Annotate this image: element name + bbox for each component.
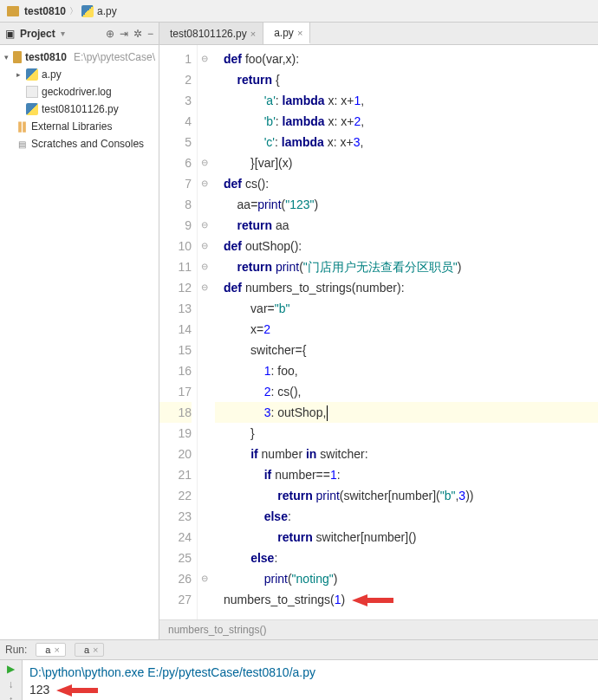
code-line[interactable]: return print(switcher[number]("b",3)) [215, 485, 598, 506]
code-line[interactable]: return { [215, 69, 598, 90]
code-line[interactable]: else: [215, 548, 598, 568]
fold-marker[interactable]: ⊖ [198, 152, 211, 173]
line-number[interactable]: 20 [159, 444, 192, 464]
tree-item[interactable]: ▸a.py [0, 66, 159, 83]
editor-breadcrumb[interactable]: numbers_to_strings() [159, 619, 598, 639]
fold-marker[interactable]: ⊖ [198, 173, 211, 194]
fold-marker[interactable]: ⊖ [198, 568, 211, 589]
fold-marker[interactable]: ⊖ [198, 277, 211, 298]
stop-up-icon[interactable]: ↑ [9, 694, 14, 700]
line-number[interactable]: 8 [159, 194, 192, 215]
tree-item[interactable]: Scratches and Consoles [0, 135, 159, 152]
editor-tab[interactable]: test08101126.py× [159, 23, 263, 44]
fold-marker [198, 485, 211, 506]
code-line[interactable]: return switcher[number]() [215, 527, 598, 548]
close-icon[interactable]: × [297, 28, 302, 38]
code-line[interactable]: 'b': lambda x: x+2, [215, 111, 598, 132]
code-line[interactable]: aa=print("123") [215, 194, 598, 215]
close-icon[interactable]: × [54, 645, 59, 655]
code-line[interactable]: switcher={ [215, 340, 598, 360]
line-number[interactable]: 14 [159, 319, 192, 340]
project-tree[interactable]: ▾test0810E:\py\pytestCase\▸a.pygeckodriv… [0, 45, 159, 156]
expand-icon[interactable]: ▸ [14, 70, 23, 79]
expand-icon[interactable]: ▾ [3, 53, 10, 62]
target-icon[interactable]: ⊕ [106, 28, 114, 40]
hide-icon[interactable]: − [147, 28, 153, 40]
fold-marker[interactable]: ⊖ [198, 49, 211, 69]
line-number[interactable]: 22 [159, 485, 192, 506]
line-number[interactable]: 13 [159, 298, 192, 319]
stop-down-icon[interactable]: ↓ [9, 678, 14, 690]
rerun-icon[interactable]: ▶ [7, 663, 15, 675]
line-number[interactable]: 2 [159, 69, 192, 90]
line-number[interactable]: 19 [159, 423, 192, 444]
code-line[interactable]: def foo(var,x): [215, 49, 598, 69]
tree-item[interactable]: External Libraries [0, 118, 159, 135]
tab-label: test08101126.py [170, 28, 247, 40]
code-line[interactable]: x=2 [215, 319, 598, 340]
fold-gutter[interactable]: ⊖⊖⊖⊖⊖⊖⊖⊖ [198, 45, 211, 619]
chevron-down-icon[interactable]: ▾ [61, 29, 65, 38]
code-line[interactable]: } [215, 423, 598, 444]
run-tab-active[interactable]: a × [36, 643, 66, 657]
close-icon[interactable]: × [250, 29, 256, 39]
tree-item[interactable]: ▾test0810E:\py\pytestCase\ [0, 49, 159, 66]
code-line[interactable]: 2: cs(), [215, 381, 598, 402]
code-line[interactable]: }[var](x) [215, 152, 598, 173]
close-icon[interactable]: × [93, 645, 98, 655]
tree-item[interactable]: geckodriver.log [0, 83, 159, 100]
line-number[interactable]: 4 [159, 111, 192, 132]
code-line[interactable]: 3: outShop, [215, 402, 598, 423]
code-editor[interactable]: 1234567891011121314151617181920212223242… [159, 45, 598, 619]
code-line[interactable]: 'a': lambda x: x+1, [215, 90, 598, 111]
fold-marker[interactable]: ⊖ [198, 256, 211, 277]
line-number[interactable]: 1 [159, 49, 192, 69]
code-line[interactable]: else: [215, 506, 598, 527]
code-line[interactable]: if number in switcher: [215, 444, 598, 464]
line-number[interactable]: 27 [159, 589, 192, 610]
code-line[interactable]: print("noting") [215, 568, 598, 589]
code-line[interactable]: var="b" [215, 298, 598, 319]
line-number[interactable]: 17 [159, 381, 192, 402]
code-line[interactable]: def outShop(): [215, 236, 598, 256]
line-number[interactable]: 7 [159, 173, 192, 194]
code-line[interactable]: def cs(): [215, 173, 598, 194]
code-line[interactable]: return aa [215, 215, 598, 236]
breadcrumb-file[interactable]: a.py [97, 5, 117, 17]
line-number[interactable]: 21 [159, 464, 192, 485]
code-line[interactable]: return print("门店用户无法查看分区职员") [215, 256, 598, 277]
line-number[interactable]: 12 [159, 277, 192, 298]
code-content[interactable]: def foo(var,x): return { 'a': lambda x: … [211, 45, 598, 619]
fold-marker [198, 444, 211, 464]
editor-tab[interactable]: a.py× [263, 23, 310, 44]
line-number[interactable]: 16 [159, 360, 192, 381]
breadcrumb-root[interactable]: test0810 [24, 5, 66, 17]
fold-marker [198, 194, 211, 215]
line-number[interactable]: 9 [159, 215, 192, 236]
run-console[interactable]: D:\python\python.exe E:/py/pytestCase/te… [23, 660, 598, 700]
code-line[interactable]: numbers_to_strings(1) [215, 589, 598, 610]
code-line[interactable]: if number==1: [215, 464, 598, 485]
code-line[interactable]: def numbers_to_strings(number): [215, 277, 598, 298]
line-number[interactable]: 15 [159, 340, 192, 360]
line-number[interactable]: 25 [159, 548, 192, 568]
fold-marker[interactable]: ⊖ [198, 236, 211, 256]
code-line[interactable]: 1: foo, [215, 360, 598, 381]
line-number[interactable]: 23 [159, 506, 192, 527]
line-number[interactable]: 10 [159, 236, 192, 256]
line-number[interactable]: 6 [159, 152, 192, 173]
run-tab[interactable]: a × [75, 643, 105, 657]
line-number[interactable]: 5 [159, 132, 192, 152]
line-number[interactable]: 24 [159, 527, 192, 548]
line-number[interactable]: 3 [159, 90, 192, 111]
tree-item[interactable]: test08101126.py [0, 100, 159, 118]
arrow-left-icon [352, 594, 393, 606]
code-line[interactable]: 'c': lambda x: x+3, [215, 132, 598, 152]
line-number[interactable]: 18 [159, 402, 192, 423]
line-number[interactable]: 11 [159, 256, 192, 277]
fold-marker[interactable]: ⊖ [198, 215, 211, 236]
gear-icon[interactable]: ✲ [133, 28, 142, 40]
line-gutter[interactable]: 1234567891011121314151617181920212223242… [159, 45, 198, 619]
collapse-icon[interactable]: ⇥ [120, 28, 128, 40]
line-number[interactable]: 26 [159, 568, 192, 589]
